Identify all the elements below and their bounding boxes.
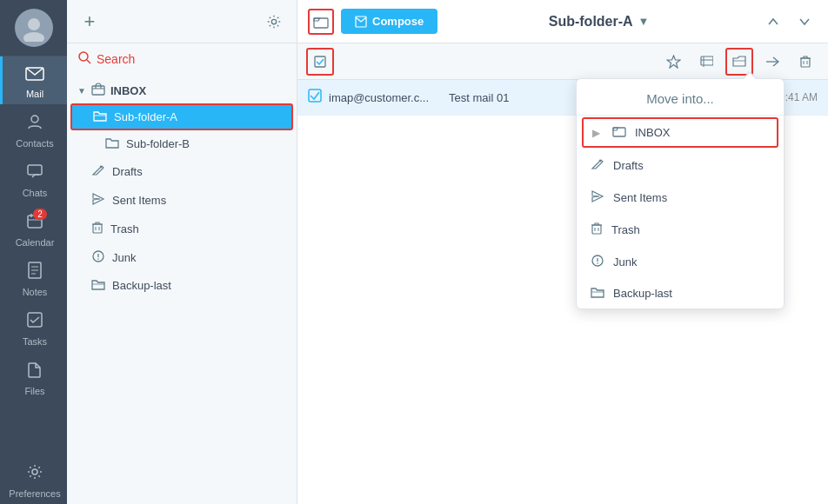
drafts-move-icon xyxy=(591,157,604,174)
up-icon[interactable] xyxy=(760,9,786,35)
inbox-move-icon xyxy=(612,125,626,140)
folder-drafts-label: Drafts xyxy=(112,165,143,178)
compose-label: Compose xyxy=(372,15,424,28)
star-button[interactable] xyxy=(659,48,687,76)
sidebar-item-contacts[interactable]: Contacts xyxy=(0,104,67,154)
svg-rect-42 xyxy=(592,225,601,234)
move-to-folder-button[interactable] xyxy=(308,9,334,35)
svg-point-14 xyxy=(32,469,37,474)
move-item-sent-label: Sent Items xyxy=(613,191,667,204)
folder-junk[interactable]: Junk xyxy=(67,243,297,272)
folder-sent[interactable]: Sent Items xyxy=(67,186,297,215)
backup-move-icon xyxy=(591,286,604,301)
folder-subfolder-a[interactable]: Sub-folder-A xyxy=(70,103,293,130)
notes-icon xyxy=(27,262,43,283)
contacts-icon xyxy=(26,113,43,135)
svg-rect-41 xyxy=(613,128,625,136)
compose-button[interactable]: Compose xyxy=(341,9,437,34)
main-toolbar: Compose Sub-folder-A ▼ xyxy=(297,0,828,43)
folder-tree: ▼ INBOX Sub-folder-A xyxy=(67,75,297,504)
inbox-folder-icon xyxy=(91,83,105,99)
sidebar-item-files[interactable]: Files xyxy=(0,352,67,401)
move-dropdown: Move into... ▶ INBOX Drafts xyxy=(576,78,785,309)
expand-inbox-icon: ▼ xyxy=(77,86,86,96)
drafts-icon xyxy=(91,163,105,180)
move-item-backup[interactable]: Backup-last xyxy=(577,278,784,308)
folder-top-bar: + xyxy=(67,0,297,43)
svg-rect-20 xyxy=(93,224,102,233)
sidebar-item-calendar[interactable]: 2 Calendar xyxy=(0,203,67,253)
folder-subfolder-b[interactable]: Sub-folder-B xyxy=(67,130,297,157)
main-area: Compose Sub-folder-A ▼ xyxy=(297,0,828,504)
email-sender: imap@customer.c... xyxy=(329,91,442,104)
sidebar-item-label: Files xyxy=(24,386,44,396)
down-icon[interactable] xyxy=(791,9,818,35)
move-item-inbox[interactable]: ▶ INBOX xyxy=(582,117,778,148)
folder-panel: + Search ▼ xyxy=(67,0,297,504)
sidebar-item-label: Preferences xyxy=(9,488,60,499)
svg-rect-4 xyxy=(28,165,42,175)
folder-drafts[interactable]: Drafts xyxy=(67,157,297,186)
svg-rect-32 xyxy=(701,56,713,65)
folder-backup[interactable]: Backup-last xyxy=(67,272,297,299)
move-item-drafts[interactable]: Drafts xyxy=(577,149,784,182)
junk-icon xyxy=(91,249,105,266)
select-all-button[interactable] xyxy=(306,48,334,76)
inbox-label: INBOX xyxy=(110,84,146,97)
move-dropdown-title: Move into... xyxy=(577,79,784,116)
sidebar-item-tasks[interactable]: Tasks xyxy=(0,302,67,352)
folder-title-dropdown-icon[interactable]: ▼ xyxy=(638,15,650,28)
svg-point-26 xyxy=(97,258,99,260)
inbox-section-header[interactable]: ▼ INBOX xyxy=(67,78,297,103)
sidebar-item-label: Calendar xyxy=(16,237,55,248)
sidebar-item-chats[interactable]: Chats xyxy=(0,154,67,203)
svg-point-16 xyxy=(79,52,88,61)
move-item-backup-label: Backup-last xyxy=(613,287,672,300)
svg-point-3 xyxy=(31,116,38,123)
search-row[interactable]: Search xyxy=(67,43,297,75)
sidebar-item-mail[interactable]: Mail xyxy=(0,56,67,104)
tasks-icon xyxy=(26,311,43,333)
folder-open-icon xyxy=(93,109,107,124)
chats-icon xyxy=(26,162,43,184)
forward-button[interactable] xyxy=(758,48,786,76)
calendar-badge: 2 xyxy=(33,209,47,220)
move-item-trash-label: Trash xyxy=(611,223,640,236)
sidebar-item-label: Contacts xyxy=(16,138,53,149)
inbox-expand-icon: ▶ xyxy=(592,127,600,139)
sidebar-item-label: Mail xyxy=(26,89,43,99)
sent-icon xyxy=(91,192,105,209)
move-item-junk-label: Junk xyxy=(613,255,637,269)
folder-trash[interactable]: Trash xyxy=(67,215,297,243)
trash-move-icon xyxy=(591,222,603,238)
junk-move-icon xyxy=(591,254,604,270)
backup-folder-icon xyxy=(91,278,105,293)
folder-settings-button[interactable] xyxy=(260,8,288,36)
svg-rect-18 xyxy=(92,86,104,95)
svg-rect-36 xyxy=(801,58,810,67)
sidebar-item-notes[interactable]: Notes xyxy=(0,253,67,302)
move-item-junk[interactable]: Junk xyxy=(577,246,784,278)
sidebar: Mail Contacts Chats xyxy=(0,0,67,504)
folder-subfolder-b-label: Sub-folder-B xyxy=(126,137,190,150)
folder-junk-label: Junk xyxy=(112,251,136,264)
preferences-icon xyxy=(26,463,43,485)
calendar-icon-wrap: 2 xyxy=(26,212,43,234)
mail-icon xyxy=(25,65,44,85)
search-icon xyxy=(77,50,91,68)
sidebar-item-label: Notes xyxy=(23,287,48,297)
delete-button[interactable] xyxy=(791,48,819,76)
svg-rect-13 xyxy=(28,313,42,327)
svg-marker-31 xyxy=(667,56,680,68)
move-item-trash[interactable]: Trash xyxy=(577,214,784,246)
email-checkbox[interactable] xyxy=(308,89,322,106)
flag-button[interactable] xyxy=(692,48,720,76)
folder-icon xyxy=(105,136,119,151)
move-item-sent[interactable]: Sent Items xyxy=(577,182,784,214)
add-folder-button[interactable]: + xyxy=(76,8,104,36)
svg-rect-28 xyxy=(314,18,328,28)
toolbar-icons xyxy=(760,9,818,35)
sidebar-item-preferences[interactable]: Preferences xyxy=(0,454,67,504)
sidebar-item-label: Chats xyxy=(23,188,48,198)
folder-subfolder-a-label: Sub-folder-A xyxy=(114,110,177,123)
